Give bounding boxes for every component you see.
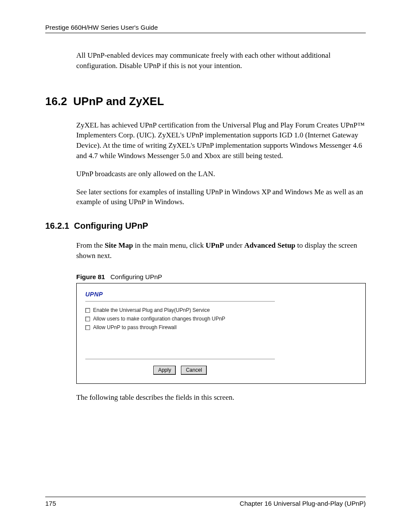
apply-button[interactable]: Apply [153, 366, 176, 375]
upnp-panel-title: UPNP [85, 290, 275, 299]
figure-box: UPNP Enable the Universal Plug and Play(… [76, 283, 366, 384]
figure-caption: Figure 81 Configuring UPnP [76, 272, 366, 283]
checkbox-pass-firewall[interactable] [85, 325, 90, 330]
divider [85, 359, 275, 359]
subsection-heading: 16.2.1 Configuring UPnP [45, 221, 366, 231]
subsection-number: 16.2.1 [45, 221, 69, 230]
divider [85, 301, 275, 302]
text-bold: Site Map [105, 241, 133, 249]
section-heading: 16.2 UPnP and ZyXEL [45, 95, 366, 108]
checkbox-enable-upnp[interactable] [85, 308, 90, 313]
page-number: 175 [45, 500, 56, 507]
figure-caption-text: Configuring UPnP [110, 273, 162, 280]
text-bold: UPnP [206, 241, 224, 249]
running-header: Prestige 660H/HW Series User's Guide [45, 24, 366, 33]
checkbox-row: Allow users to make configuration change… [85, 315, 275, 323]
text-bold: Advanced Setup [244, 241, 296, 249]
section-title: UPnP and ZyXEL [73, 95, 164, 108]
checkbox-row: Allow UPnP to pass through Firewall [85, 324, 275, 331]
page-footer: 175 Chapter 16 Universal Plug-and-Play (… [45, 497, 366, 507]
figure-label: Figure 81 [76, 273, 105, 280]
subsection-intro: From the Site Map in the main menu, clic… [76, 240, 366, 261]
checkbox-allow-config[interactable] [85, 317, 90, 321]
checkbox-label: Enable the Universal Plug and Play(UPnP)… [93, 307, 210, 314]
section-para-1: ZyXEL has achieved UPnP certification fr… [76, 120, 366, 161]
chapter-label: Chapter 16 Universal Plug-and-Play (UPnP… [240, 500, 366, 507]
text-fragment: From the [76, 241, 105, 249]
after-figure-para: The following table describes the fields… [76, 392, 366, 403]
checkbox-label: Allow UPnP to pass through Firewall [93, 324, 177, 331]
section-number: 16.2 [45, 95, 67, 108]
section-para-2: UPnP broadcasts are only allowed on the … [76, 169, 366, 179]
text-fragment: under [224, 241, 244, 249]
section-para-3: See later sections for examples of insta… [76, 187, 366, 208]
subsection-title: Configuring UPnP [74, 221, 148, 230]
cancel-button[interactable]: Cancel [181, 366, 206, 375]
button-row: Apply Cancel [85, 364, 275, 375]
checkbox-label: Allow users to make configuration change… [93, 315, 225, 323]
text-fragment: in the main menu, click [133, 241, 206, 249]
intro-paragraph: All UPnP-enabled devices may communicate… [76, 50, 366, 71]
checkbox-row: Enable the Universal Plug and Play(UPnP)… [85, 307, 275, 314]
